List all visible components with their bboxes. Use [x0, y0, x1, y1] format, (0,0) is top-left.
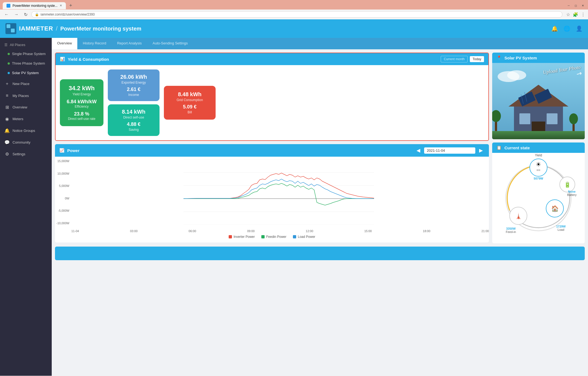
yield-energy-label: Yield Energy	[66, 92, 97, 96]
community-icon: 💬	[4, 140, 10, 145]
logo-text: IAMMETER	[19, 25, 53, 32]
sidebar-item-single-phase[interactable]: Single Phase System	[0, 49, 52, 59]
tab-autosend[interactable]: Auto-Sending Settings	[147, 38, 193, 49]
grid-consumption-block: 8.48 kWh Grid Consumption 5.09 € Bill	[164, 86, 216, 120]
sidebar-item-community[interactable]: 💬 Community	[0, 137, 52, 148]
forward-button[interactable]: →	[13, 11, 20, 17]
sidebar-item-meters[interactable]: ◉ Meters	[0, 113, 52, 125]
minimize-button[interactable]: ─	[566, 3, 571, 8]
chart-legend: Inverter Power Feedin Power Load Power	[55, 233, 489, 242]
lock-icon: 🔒	[35, 13, 39, 16]
url-text: iammeter.com/dz/user/overview/2393	[41, 13, 95, 16]
prev-date-button[interactable]: ◀	[415, 147, 422, 154]
browser-nav: ← → ↻ 🔒 iammeter.com/dz/user/overview/23…	[0, 10, 588, 19]
y-label-3: 0W	[56, 197, 69, 200]
self-use-rate-label: Direct self-use rate	[66, 117, 97, 121]
address-bar[interactable]: 🔒 iammeter.com/dz/user/overview/2393	[31, 11, 562, 18]
tab-title: PowerMeter monitoring syste...	[13, 4, 57, 8]
income-value: 2.61 €	[114, 87, 153, 92]
power-chart-icon: 📈	[59, 148, 65, 153]
user-icon[interactable]: 👤	[576, 25, 583, 32]
y-axis-labels: 15,000W 10,000W 5,000W 0W -5,000W -10,00…	[56, 159, 69, 225]
single-phase-dot	[8, 53, 10, 55]
inverter-legend-dot	[229, 235, 232, 238]
battery-value: None	[567, 190, 577, 193]
x-label-3: 09:00	[247, 229, 255, 233]
sidebar-item-settings[interactable]: ⚙ Settings	[0, 148, 52, 160]
inverter-legend-label: Inverter Power	[234, 235, 255, 239]
browser-tab[interactable]: PowerMeter monitoring syste... ✕	[3, 2, 66, 9]
meters-label: Meters	[13, 117, 23, 121]
grid-consumption-label: Grid Consumption	[170, 98, 209, 102]
bookmark-icon[interactable]: ☆	[566, 12, 570, 17]
svg-rect-16	[519, 113, 530, 124]
plus-icon: ＋	[4, 81, 10, 87]
notification-icon[interactable]: 🔔	[551, 25, 558, 32]
power-card: 📈 Power ◀ 2021-11-04 ▶ 15,000W 10,000W 5…	[55, 144, 489, 242]
tab-report[interactable]: Report Analysis	[112, 38, 147, 49]
extensions-icon[interactable]: 🧩	[573, 12, 578, 17]
current-state-card: 📋 Current state	[492, 142, 585, 243]
x-label-4: 12:00	[306, 229, 313, 233]
chart-icon: 📊	[60, 57, 65, 62]
date-input[interactable]: 2021-11-04	[424, 147, 475, 154]
feedin-label: Feed-in	[506, 230, 516, 234]
close-window-button[interactable]: ✕	[580, 3, 585, 8]
state-icon: 📋	[497, 145, 502, 150]
sidebar-item-overview[interactable]: ⊞ Overview	[0, 101, 52, 113]
saving-label: Saving	[114, 128, 153, 132]
battery-label: Battery	[567, 193, 577, 196]
sidebar-item-my-places[interactable]: ≡ My Places	[0, 90, 52, 101]
back-button[interactable]: ←	[3, 11, 10, 17]
today-button[interactable]: Today	[470, 56, 484, 62]
maximize-button[interactable]: ◻	[573, 3, 578, 8]
bottom-bar	[55, 247, 585, 260]
solar-pv-dot	[8, 72, 10, 74]
bill-label: Bill	[170, 110, 209, 114]
tab-overview[interactable]: Overview	[52, 38, 77, 49]
load-node-area: 1729W Load	[556, 210, 566, 231]
legend-feedin: Feedin Power	[261, 235, 286, 239]
solar-pv-label: Solar PV System	[12, 71, 39, 75]
sidebar-item-three-phase[interactable]: Three Phase System	[0, 59, 52, 68]
tab-history[interactable]: History Record	[77, 38, 112, 49]
current-month-button[interactable]: Current month	[441, 56, 468, 62]
tab-bar: PowerMeter monitoring syste... ✕ + ─ ◻ ✕	[3, 2, 585, 10]
menu-icon: ☰	[4, 43, 8, 47]
current-state-header: 📋 Current state	[492, 142, 585, 153]
grid-consumption-value: 8.48 kWh	[170, 91, 209, 98]
svg-rect-0	[7, 24, 10, 28]
meter-icon: ◉	[4, 116, 10, 122]
new-place-label: New Place	[13, 82, 29, 86]
legend-inverter: Inverter Power	[229, 235, 255, 239]
globe-icon[interactable]: 🌐	[564, 25, 570, 32]
sidebar-item-solar-pv[interactable]: Solar PV System	[0, 68, 52, 78]
direct-self-use-label: Direct self-use	[114, 116, 153, 119]
solar-pv-card-title: Solar PV System	[504, 56, 537, 60]
x-label-7: 21:00	[481, 229, 489, 233]
exported-value: 26.06 kWh	[114, 74, 153, 80]
location-icon: 📍	[497, 55, 502, 60]
sidebar-item-new-place[interactable]: ＋ New Place	[0, 78, 52, 90]
menu-icon[interactable]: ⋮	[581, 12, 585, 17]
current-state-content: ☀ ⊟⊟ 🏠 🗼 🔋	[492, 153, 585, 243]
logo-area: IAMMETER	[5, 23, 53, 34]
battery-node-area: None Battery	[567, 175, 577, 196]
next-date-button[interactable]: ▶	[477, 147, 485, 154]
tab-close-button[interactable]: ✕	[60, 4, 62, 7]
browser-chrome: PowerMeter monitoring syste... ✕ + ─ ◻ ✕	[0, 0, 588, 10]
new-tab-button[interactable]: +	[67, 2, 74, 10]
bill-value: 5.09 €	[170, 104, 209, 110]
reload-button[interactable]: ↻	[22, 11, 29, 18]
app-header: IAMMETER / PowerMeter monitoring system …	[0, 19, 588, 38]
yield-label: Yield	[535, 153, 542, 157]
feedin-legend-dot	[261, 235, 265, 238]
y-label-2: 5,000W	[56, 184, 69, 187]
all-places-header[interactable]: ☰ All Places	[0, 41, 52, 49]
yield-value: 5079W	[534, 177, 543, 180]
notice-groups-label: Notice Groups	[13, 129, 35, 133]
solar-pv-card-header: 📍 Solar PV System	[492, 53, 585, 63]
self-use-rate-value: 23.8 %	[66, 111, 97, 117]
sidebar-item-notice-groups[interactable]: 🔔 Notice Groups	[0, 125, 52, 137]
yield-card-header: 📊 Yield & Consumption Current month Toda…	[56, 53, 488, 65]
